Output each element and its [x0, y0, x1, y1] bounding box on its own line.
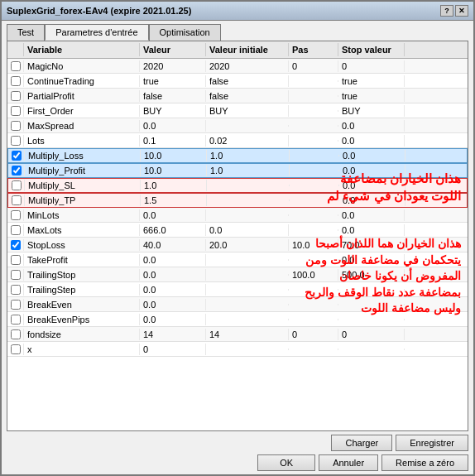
row-pas [289, 95, 338, 97]
header-valeur-initiale: Valeur initiale [206, 43, 289, 56]
row-valeur: 40.0 [140, 239, 206, 251]
row-checkbox[interactable] [8, 180, 25, 191]
table-row-multiply-loss: Multiply_Loss 10.0 1.0 0.0 [7, 148, 468, 163]
row-variable: BreakEvenPips [24, 314, 140, 325]
row-pas [290, 185, 339, 186]
row-variable: StopLoss [24, 239, 140, 251]
tab-test[interactable]: Test [7, 24, 45, 41]
row-checkbox[interactable] [7, 269, 24, 281]
row-checkbox[interactable] [7, 135, 24, 147]
row-checkbox[interactable] [8, 150, 25, 161]
row-valeur: 0 [140, 344, 206, 355]
checkbox-minlots[interactable] [11, 210, 21, 220]
row-valeur-initiale: 1.0 [207, 165, 290, 176]
row-valeur: true [140, 75, 206, 87]
checkbox-lots[interactable] [11, 136, 21, 146]
row-checkbox[interactable] [8, 165, 25, 176]
row-valeur-initiale: 1.0 [207, 150, 290, 161]
row-checkbox[interactable] [7, 299, 24, 310]
checkbox-stoploss[interactable] [11, 240, 21, 250]
checkbox-trailingstop[interactable] [11, 270, 21, 280]
row-valeur: 0.0 [140, 254, 206, 266]
header-checkbox [7, 43, 24, 56]
help-button[interactable]: ? [440, 5, 453, 17]
table-row-multiply-profit: Multiply_Profit 10.0 1.0 0.0 [7, 163, 468, 178]
checkbox-magicno[interactable] [11, 61, 21, 71]
row-checkbox[interactable] [7, 344, 24, 355]
row-stop: 0.0 [338, 120, 405, 132]
remise-a-zero-button[interactable]: Remise a zéro [381, 454, 468, 471]
checkbox-fondsize[interactable] [11, 329, 21, 339]
row-variable: PartialProfit [24, 90, 140, 102]
checkbox-trailingstep[interactable] [11, 285, 21, 295]
row-valeur: 14 [140, 329, 206, 340]
row-variable: TrailingStop [24, 269, 140, 281]
checkbox-breakevenips[interactable] [11, 315, 21, 325]
checkbox-multiplyprofit[interactable] [12, 166, 22, 175]
row-valeur: 0.0 [140, 209, 206, 221]
table-row: TrailingStop 0.0 100.0 500.0 [7, 267, 468, 282]
row-valeur: false [140, 90, 206, 102]
table-row: x 0 [7, 342, 468, 357]
action-buttons-row: Charger Enregistrer [7, 435, 468, 451]
enregistrer-button[interactable]: Enregistrer [396, 435, 468, 451]
checkbox-multiplytp[interactable] [12, 195, 22, 205]
checkbox-firstorder[interactable] [11, 106, 21, 116]
row-valeur-initiale: 0.02 [206, 135, 289, 147]
checkbox-multiplyloss[interactable] [12, 151, 22, 161]
row-stop: 0.0 [338, 135, 405, 147]
row-checkbox[interactable] [7, 75, 24, 87]
ok-button[interactable]: OK [257, 454, 315, 471]
checkbox-multiplysl[interactable] [12, 180, 22, 190]
header-valeur: Valeur [140, 43, 206, 56]
row-checkbox[interactable] [7, 284, 24, 296]
row-checkbox[interactable] [7, 209, 24, 221]
row-valeur-initiale [206, 214, 289, 216]
row-checkbox[interactable] [7, 224, 24, 236]
row-variable: TrailingStep [24, 284, 140, 296]
row-valeur-initiale [207, 185, 290, 186]
tab-optimisation[interactable]: Optimisation [149, 24, 221, 41]
row-variable: MagicNo [24, 60, 140, 72]
row-valeur-initiale: BUY [206, 105, 289, 117]
row-checkbox[interactable] [7, 105, 24, 117]
row-stop: 0.0 [338, 254, 405, 266]
table-row: fondsize 14 14 0 0 [7, 327, 468, 342]
row-valeur: 0.0 [140, 284, 206, 296]
table-row: BreakEvenPips 0.0 [7, 312, 468, 327]
checkbox-maxspread[interactable] [11, 121, 21, 131]
table-row: MaxSpread 0.0 0.0 [7, 118, 468, 133]
row-checkbox[interactable] [7, 329, 24, 340]
checkbox-partialprofit[interactable] [11, 91, 21, 101]
row-checkbox[interactable] [7, 314, 24, 325]
row-checkbox[interactable] [7, 239, 24, 251]
table-row: PartialProfit false false true [7, 89, 468, 103]
row-checkbox[interactable] [7, 254, 24, 266]
row-checkbox[interactable] [7, 120, 24, 132]
table-row: MaxLots 666.0 0.0 0.0 [7, 223, 468, 238]
row-variable: BreakEven [24, 299, 140, 310]
row-checkbox[interactable] [7, 90, 24, 102]
row-stop [338, 319, 405, 320]
checkbox-continuetrading[interactable] [11, 76, 21, 86]
close-button[interactable]: ✕ [455, 5, 468, 17]
checkbox-takeprofit[interactable] [11, 255, 21, 265]
row-pas [289, 304, 338, 305]
tab-parametres[interactable]: Parametres d'entrée [45, 24, 148, 41]
tab-bar: Test Parametres d'entrée Optimisation [2, 21, 473, 41]
row-pas [289, 319, 338, 320]
row-checkbox[interactable] [8, 195, 25, 206]
row-pas [289, 259, 338, 261]
row-valeur: 0.1 [140, 135, 206, 147]
charger-button[interactable]: Charger [331, 435, 392, 451]
row-checkbox[interactable] [7, 60, 24, 72]
row-stop: BUY [338, 105, 405, 117]
checkbox-breakeven[interactable] [11, 300, 21, 310]
checkbox-maxlots[interactable] [11, 225, 21, 235]
row-stop: 0.0 [339, 150, 405, 161]
row-variable: fondsize [24, 329, 140, 340]
row-pas: 0 [289, 60, 338, 72]
checkbox-x[interactable] [11, 344, 21, 354]
row-valeur: 1.0 [141, 180, 207, 191]
annuler-button[interactable]: Annuler [319, 454, 378, 471]
